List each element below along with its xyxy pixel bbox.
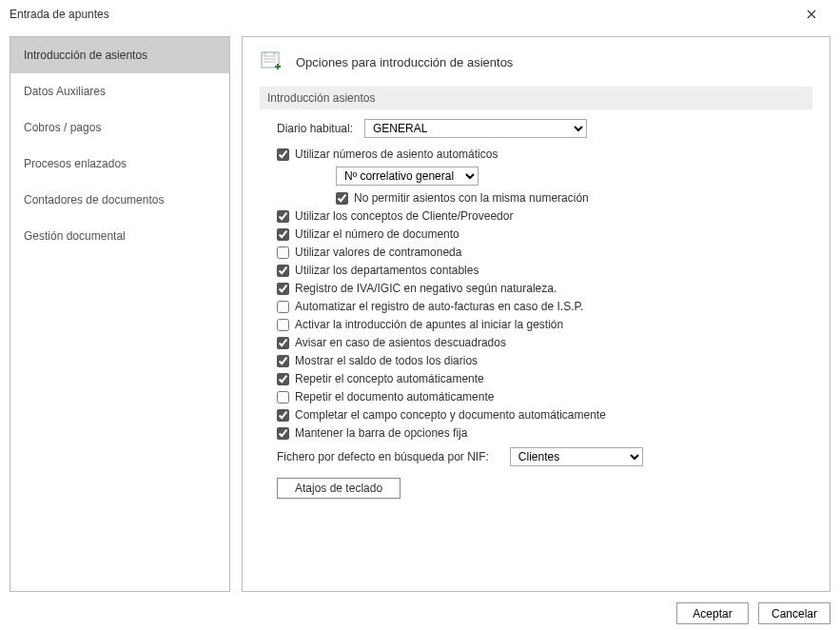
chk-num-doc-input[interactable] <box>277 228 289 241</box>
chk-repetir-concepto-input[interactable] <box>277 373 289 385</box>
chk-label: Completar el campo concepto y documento … <box>295 408 606 422</box>
chk-departamentos[interactable]: Utilizar los departamentos contables <box>277 264 812 277</box>
chk-activar-inicio-input[interactable] <box>277 319 289 331</box>
ledger-add-icon: D H <box>261 51 283 72</box>
category-sidebar: Introducción de asientos Datos Auxiliare… <box>10 36 230 592</box>
chk-label: Mostrar el saldo de todos los diarios <box>295 354 478 367</box>
cancel-button[interactable]: Cancelar <box>758 602 830 624</box>
sidebar-item-cobros-pagos[interactable]: Cobros / pagos <box>10 109 229 146</box>
sidebar-item-label: Datos Auxiliares <box>24 85 106 98</box>
chk-label: Repetir el concepto automáticamente <box>295 372 484 385</box>
close-button[interactable] <box>792 1 830 28</box>
correlativo-select[interactable]: Nº correlativo general <box>336 167 479 186</box>
sidebar-item-introduccion[interactable]: Introducción de asientos <box>10 37 229 73</box>
chk-activar-inicio[interactable]: Activar la introducción de apuntes al in… <box>277 318 812 331</box>
chk-avisar-desc[interactable]: Avisar en caso de asientos descuadrados <box>277 336 812 349</box>
chk-auto-num[interactable]: Utilizar números de asiento automáticos <box>277 148 812 161</box>
main-panel: D H Opciones para introducción de asient… <box>242 36 830 592</box>
row-fichero: Fichero por defecto en búsqueda por NIF:… <box>277 447 812 466</box>
chk-departamentos-input[interactable] <box>277 265 289 277</box>
chk-autofact[interactable]: Automatizar el registro de auto-facturas… <box>277 300 812 313</box>
chk-iva-neg-input[interactable] <box>277 283 289 295</box>
svg-text:H: H <box>273 51 276 56</box>
diario-select[interactable]: GENERAL <box>364 119 587 138</box>
sidebar-item-label: Cobros / pagos <box>24 121 101 134</box>
panel-header: D H Opciones para introducción de asient… <box>260 50 812 73</box>
fichero-select[interactable]: Clientes <box>510 447 643 466</box>
sidebar-item-contadores[interactable]: Contadores de documentos <box>10 182 229 218</box>
panel-title: Opciones para introducción de asientos <box>296 55 513 69</box>
section-title: Introducción asientos <box>260 87 812 109</box>
chk-label: Avisar en caso de asientos descuadrados <box>295 336 506 349</box>
accept-button[interactable]: Aceptar <box>676 602 749 624</box>
sidebar-item-label: Procesos enlazados <box>24 157 127 170</box>
sidebar-item-gestion-doc[interactable]: Gestión documental <box>10 218 229 254</box>
atajos-button[interactable]: Atajos de teclado <box>277 478 400 499</box>
chk-no-dup[interactable]: No permitir asientos con la misma numera… <box>336 191 812 205</box>
chk-iva-neg[interactable]: Registro de IVA/IGIC en negativo según n… <box>277 282 812 295</box>
chk-autofact-input[interactable] <box>277 301 289 313</box>
content-area: Introducción de asientos Datos Auxiliare… <box>10 36 830 592</box>
sidebar-item-label: Gestión documental <box>24 229 126 243</box>
row-diario: Diario habitual: GENERAL <box>277 119 812 138</box>
diario-label: Diario habitual: <box>277 122 364 135</box>
fichero-label: Fichero por defecto en búsqueda por NIF: <box>277 450 489 463</box>
chk-repetir-concepto[interactable]: Repetir el concepto automáticamente <box>277 372 812 385</box>
svg-text:D: D <box>264 51 266 56</box>
dialog-footer: Aceptar Cancelar <box>676 602 830 624</box>
sidebar-item-procesos[interactable]: Procesos enlazados <box>10 146 229 182</box>
chk-conceptos-cp[interactable]: Utilizar los conceptos de Cliente/Provee… <box>277 209 812 223</box>
title-bar: Entrada de apuntes <box>0 0 840 29</box>
sidebar-item-label: Introducción de asientos <box>24 49 147 62</box>
chk-barra-fija[interactable]: Mantener la barra de opciones fija <box>277 426 812 440</box>
chk-completar-cd[interactable]: Completar el campo concepto y documento … <box>277 408 812 422</box>
chk-contramoneda-input[interactable] <box>277 246 289 259</box>
chk-conceptos-cp-input[interactable] <box>277 210 289 223</box>
chk-label: Activar la introducción de apuntes al in… <box>295 318 563 331</box>
window-title: Entrada de apuntes <box>10 8 792 21</box>
chk-no-dup-input[interactable] <box>336 192 348 205</box>
chk-label: Utilizar los departamentos contables <box>295 264 479 277</box>
chk-label: Utilizar el número de documento <box>295 227 459 241</box>
close-icon <box>807 10 816 19</box>
chk-completar-cd-input[interactable] <box>277 409 289 422</box>
chk-label: Utilizar los conceptos de Cliente/Provee… <box>295 209 513 223</box>
chk-contramoneda[interactable]: Utilizar valores de contramoneda <box>277 246 812 259</box>
chk-barra-fija-input[interactable] <box>277 427 289 440</box>
chk-label: Registro de IVA/IGIC en negativo según n… <box>295 282 557 295</box>
chk-label: Utilizar valores de contramoneda <box>295 246 461 259</box>
chk-mostrar-saldo-input[interactable] <box>277 355 289 367</box>
chk-num-doc[interactable]: Utilizar el número de documento <box>277 227 812 241</box>
atajos-label: Atajos de teclado <box>295 482 382 495</box>
chk-auto-num-input[interactable] <box>277 148 289 161</box>
chk-avisar-desc-input[interactable] <box>277 337 289 349</box>
chk-label: Automatizar el registro de auto-facturas… <box>295 300 583 313</box>
chk-repetir-doc-input[interactable] <box>277 391 289 404</box>
sidebar-item-label: Contadores de documentos <box>24 193 164 207</box>
chk-label: Mantener la barra de opciones fija <box>295 426 467 440</box>
chk-label: Repetir el documento automáticamente <box>295 390 494 404</box>
chk-label: Utilizar números de asiento automáticos <box>295 148 498 161</box>
chk-label: No permitir asientos con la misma numera… <box>354 191 589 205</box>
header-icon: D H <box>260 50 284 73</box>
chk-repetir-doc[interactable]: Repetir el documento automáticamente <box>277 390 812 404</box>
sidebar-item-datos-aux[interactable]: Datos Auxiliares <box>10 73 229 109</box>
chk-mostrar-saldo[interactable]: Mostrar el saldo de todos los diarios <box>277 354 812 367</box>
row-correlativo: Nº correlativo general <box>336 166 812 187</box>
